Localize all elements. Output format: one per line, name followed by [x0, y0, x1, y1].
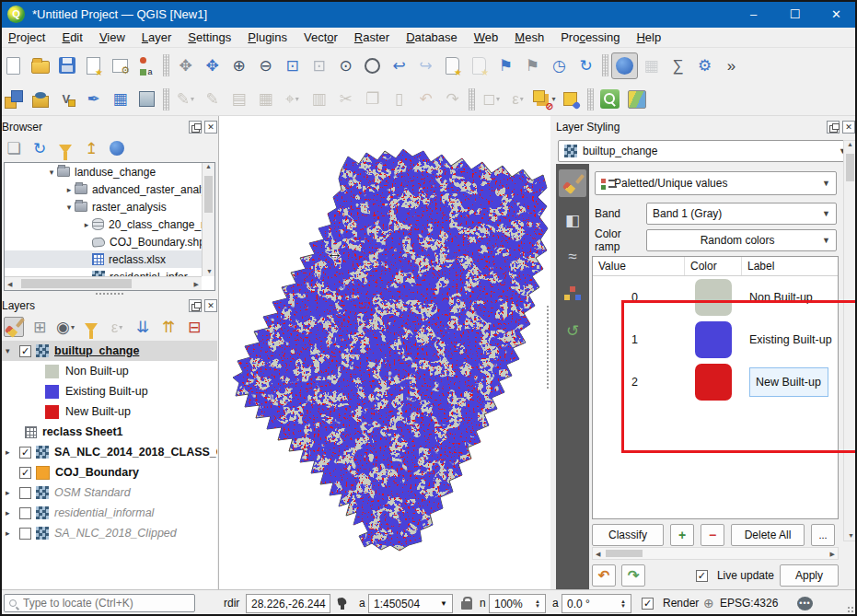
zoom-full-icon[interactable]: ⊡ — [279, 52, 306, 79]
color-ramp-selector[interactable]: Random colors ▼ — [646, 229, 837, 251]
histogram-tab[interactable]: ≈ — [559, 243, 586, 271]
value-cell[interactable]: 2 — [593, 376, 685, 389]
color-swatch[interactable] — [695, 364, 732, 401]
browser-close-icon[interactable]: ✕ — [204, 121, 217, 134]
layers-close-icon[interactable]: ✕ — [204, 299, 217, 312]
menu-help[interactable]: Help — [628, 29, 669, 46]
zoom-in-icon[interactable]: ⊕ — [226, 52, 252, 79]
map-canvas[interactable] — [218, 116, 550, 589]
class-row-2[interactable]: 2New Built-up — [593, 361, 838, 403]
layer-visibility-checkbox[interactable] — [19, 487, 31, 499]
select-by-location-icon[interactable] — [558, 86, 585, 112]
close-button[interactable]: ✕ — [816, 0, 857, 28]
label-cell[interactable]: New Built-up — [742, 367, 838, 397]
show-spatial-bookmarks-icon[interactable]: ⚑ — [519, 52, 546, 79]
live-update-checkbox[interactable]: ✓ Live update — [694, 569, 774, 582]
canvas-splitter-grip[interactable] — [547, 306, 549, 389]
new-shapefile-layer-icon[interactable] — [53, 86, 80, 112]
advanced-options-button[interactable]: ... — [811, 524, 835, 546]
statistical-summary-icon[interactable]: ∑ — [665, 52, 691, 79]
label-cell[interactable]: Non Built-up — [742, 291, 838, 304]
layer-item-residential-informal[interactable]: ▸residential_informal — [2, 503, 217, 523]
browser-horizontal-scrollbar[interactable]: ◀▶ — [5, 276, 202, 290]
styling-horizontal-scrollbar[interactable]: ◀▶ — [592, 547, 839, 560]
browser-item-coj-boundary-shp[interactable]: COJ_Boundary.shp — [5, 233, 214, 250]
refresh-map-icon[interactable]: ↻ — [573, 52, 599, 79]
layer-visibility-checkbox[interactable] — [19, 507, 31, 519]
new-virtual-layer-icon[interactable]: ▦ — [107, 86, 133, 112]
pan-map-icon[interactable]: ✥ — [172, 52, 199, 79]
crs-indicator[interactable]: EPSG:4326 — [720, 597, 778, 610]
show-layout-manager-icon[interactable] — [107, 52, 133, 79]
coordinate-box[interactable]: 28.226,-26.244 — [246, 594, 330, 613]
apply-button[interactable]: Apply — [780, 564, 839, 587]
legend-tab[interactable] — [559, 280, 586, 308]
menu-settings[interactable]: Settings — [180, 29, 239, 46]
open-project-icon[interactable] — [27, 52, 53, 79]
menu-raster[interactable]: Raster — [346, 29, 398, 46]
expand-all-icon[interactable]: ⇊ — [133, 317, 153, 337]
scale-selector[interactable]: 1:450504 ▼ — [368, 594, 453, 613]
transparency-tab[interactable]: ◧ — [559, 206, 586, 234]
extents-toggle-icon[interactable] — [336, 597, 350, 610]
layer-visibility-checkbox[interactable]: ✓ — [19, 467, 31, 479]
layer-item-reclass-sheet1[interactable]: reclass Sheet1 — [2, 422, 217, 442]
browser-item-20-class-change-r[interactable]: ▸20_class_change_r — [5, 215, 214, 233]
symbology-tab[interactable] — [559, 169, 586, 197]
collapse-all-icon[interactable]: ↥ — [81, 138, 101, 158]
tree-expander-icon[interactable]: ▸ — [6, 488, 17, 497]
toolbar-overflow-icon[interactable]: » — [718, 52, 745, 79]
browser-float-icon[interactable] — [189, 121, 202, 134]
render-checkbox[interactable]: ✓ Render — [640, 597, 699, 610]
color-swatch[interactable] — [695, 279, 732, 316]
window-resize-grip[interactable] — [847, 606, 855, 614]
quickmapservices-icon[interactable] — [623, 86, 650, 112]
tree-expander-icon[interactable]: ▸ — [64, 185, 75, 194]
layers-float-icon[interactable] — [189, 299, 202, 312]
menu-plugins[interactable]: Plugins — [239, 29, 295, 46]
rotation-spinbox[interactable]: 0.0 ° ▲▼ — [562, 594, 631, 613]
styling-float-icon[interactable] — [827, 121, 840, 134]
lock-scale-icon[interactable] — [461, 601, 472, 610]
new-temporary-scratch-layer-icon[interactable] — [133, 86, 160, 112]
render-type-selector[interactable]: Paletted/Unique values ▼ — [595, 171, 837, 195]
remove-layer-group-icon[interactable]: ⊟ — [184, 317, 204, 337]
layer-item-coj-boundary[interactable]: ✓COJ_Boundary — [2, 462, 217, 482]
color-cell[interactable] — [685, 364, 742, 401]
style-manager-icon[interactable] — [133, 52, 160, 79]
processing-toolbox-icon[interactable]: ⚙ — [691, 52, 718, 79]
layer-visibility-checkbox[interactable] — [19, 528, 31, 540]
add-group-icon[interactable]: ⊞ — [29, 317, 50, 337]
new-geopackage-layer-icon[interactable] — [27, 86, 53, 112]
browser-item-advanced-raster-analy[interactable]: ▸advanced_raster_analy — [5, 180, 214, 198]
pan-map-to-selection-icon[interactable]: ✥ — [199, 52, 226, 79]
zoom-last-icon[interactable]: ↩ — [386, 52, 412, 79]
style-undo-button[interactable]: ↶ — [592, 564, 616, 587]
column-header-color[interactable]: Color — [685, 257, 742, 275]
history-tab[interactable]: ↺ — [559, 317, 586, 344]
enable-disable-properties-widget-icon[interactable] — [107, 138, 127, 158]
add-selected-layers-icon[interactable]: ❏ — [4, 138, 24, 158]
locator-search[interactable] — [4, 594, 195, 612]
deselect-features-icon[interactable]: ▾ — [531, 86, 558, 112]
magnifier-spinbox[interactable]: 100% ▲▼ — [489, 594, 546, 613]
nominatim-locator-search-icon[interactable] — [596, 86, 623, 112]
color-cell[interactable] — [685, 321, 742, 358]
locator-input[interactable] — [21, 596, 178, 610]
open-layer-styling-panel-icon[interactable] — [4, 317, 24, 337]
tree-expander-icon[interactable]: ▸ — [6, 447, 17, 457]
tree-expander-icon[interactable]: ▸ — [6, 508, 17, 517]
identify-features-icon[interactable] — [611, 52, 638, 79]
styling-close-icon[interactable]: ✕ — [842, 121, 855, 134]
layer-item-osm-standard[interactable]: ▸OSM Standard — [2, 482, 217, 503]
styling-layer-selector[interactable]: builtup_change ▼ — [558, 140, 853, 162]
value-cell[interactable]: 1 — [593, 333, 685, 346]
menu-edit[interactable]: Edit — [53, 29, 90, 46]
tree-expander-icon[interactable]: ▾ — [46, 168, 57, 177]
new-project-icon[interactable] — [0, 52, 27, 79]
column-header-value[interactable]: Value — [593, 257, 685, 275]
style-redo-button[interactable]: ↷ — [621, 564, 645, 587]
collapse-all-layers-icon[interactable]: ⇈ — [158, 317, 179, 337]
tree-expander-icon[interactable]: ▸ — [6, 529, 17, 538]
filter-browser-icon[interactable] — [55, 138, 75, 158]
